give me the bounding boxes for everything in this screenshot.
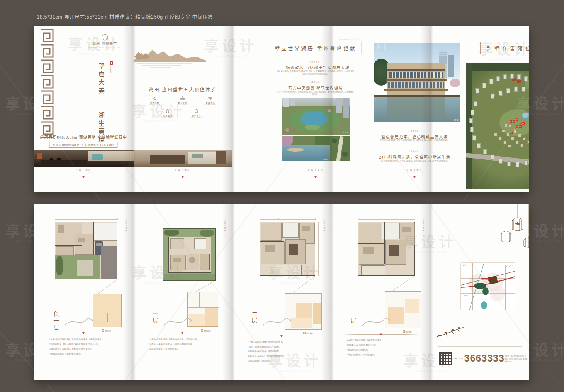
panel-floor-b1: （ 装修示意图 ） <box>34 204 133 380</box>
section-body: 择址·盘州双芯，荟萃城市优质资源配套于芯之上，汇聚繁华商业、优质教育、醇熟医疗；… <box>277 70 354 75</box>
brand-name: 湾田·盘州盛世 <box>83 41 126 46</box>
lot-marker: 20 <box>516 118 518 121</box>
panel-floor-2: （ 装修示意图 ） <box>232 204 331 380</box>
floor-label: 三层 <box>349 311 357 334</box>
floorplan-second <box>260 222 315 276</box>
section-body: 研习新亚洲建筑美学，精工石材搭配玻璃栏板；规制大境天地，构筑大气雅致的墅居典范。 <box>376 139 453 142</box>
photo-caption: 示意图 <box>323 158 328 161</box>
section-subtitle: 24小时尊崇礼遇，全维呵护墅居生活 <box>365 154 464 160</box>
divider-gem-icon <box>379 333 382 336</box>
bell-icon <box>165 108 170 113</box>
location-map: 湾田盛世 胜境大道 人民路 <box>460 262 515 310</box>
qr-code <box>439 352 452 365</box>
value-item: 湾田臻墅 WANTIAN VILLA <box>142 96 167 106</box>
flourish-icon <box>63 312 97 329</box>
garden-path-photo <box>330 136 350 161</box>
door-icon <box>194 108 199 113</box>
panel-back-cover: 湾田盛世 胜境大道 人民路 Tel:0858 3663333 开发商：盘州湾田置… <box>430 204 529 380</box>
bonus-area-legend: 赠送面积 <box>303 332 313 335</box>
section-tag: 〔 规划价值 〕 <box>266 61 365 63</box>
section-subtitle: 万方中央湖景 墅享世界湖居 <box>266 85 365 91</box>
panel-floor-3: （ 装修示意图 ） <box>331 204 430 380</box>
lot-marker: 21 <box>513 120 515 123</box>
divider-gem-icon <box>82 176 85 178</box>
seal-text: 盘州盛世 <box>110 66 112 73</box>
mountain-illustration <box>134 41 206 72</box>
area-box: 可拓展面积约436m² / 实得面积约624.66m² <box>49 142 118 148</box>
bonus-area-legend: 赠送面积 <box>102 329 111 332</box>
divider-gem-icon <box>413 176 416 178</box>
section-body: 引入专业物业服务体系，24小时安保巡逻、管家式贴心服务，全维守护尊崇的墅质生活。 <box>376 159 453 162</box>
lot-marker: 15 <box>522 122 525 125</box>
corner-note: 湾田·盘州盛世 | 别墅专刊 <box>339 38 360 40</box>
panel-lake: 湾田·盘州盛世 | 别墅专刊 墅立世界湖居 盘州登峰钜献 〔 规划价值 〕 三标… <box>266 26 365 192</box>
area-line: 建筑面积约188.66m²御湖美墅 全城稀墅臻藏中 <box>34 134 133 140</box>
floor-label: 一层 <box>151 311 159 334</box>
floor-note: （ 装修示意图 ） <box>323 215 325 238</box>
bonus-area-legend: 赠送面积 <box>403 330 412 333</box>
aerial-lake-photo: 示意图 <box>282 98 350 135</box>
panel-masterplan: 湾田·盘州盛世 | 别墅专刊 别墅在售落位图 示意图 22 21 20 <box>464 26 529 192</box>
section-subtitle: 三标双政芯 百亿湾田打造湖居大城 <box>266 64 365 70</box>
section-tag: 〔 建筑价值 〕 <box>365 130 464 132</box>
value-item: 墅立城芯 CITY CENTER <box>170 96 195 106</box>
bonus-area-legend: 赠送面积 <box>201 329 210 332</box>
floor-label: 二层 <box>250 311 258 334</box>
map-label-road: 人民路 <box>464 294 468 296</box>
photo-caption: 示意图 <box>453 119 459 121</box>
slogan-line-1: 墅启大美 <box>97 63 104 95</box>
divider-gem-icon <box>314 176 317 178</box>
masterplan-title: 别墅在售落位图 <box>480 42 529 54</box>
floor-disclaimer: 1.本图为一层装修示意图，庭院绿化仅为示意，以实际交付为准； 2.户型尺寸以最终… <box>148 337 199 352</box>
floor-disclaimer: 1.本图为三层装修示意图，家具布置仅供参考； 2.屋面露台以规划审定及实际交付为… <box>347 338 383 357</box>
floorplan-first <box>163 228 216 281</box>
brand-emblem-icon <box>102 34 108 41</box>
lot-marker: 22 <box>510 120 512 123</box>
floor-note: （ 装修示意图 ） <box>124 215 127 238</box>
front-sheet: 湾田·盘州盛世 WANTIAN PANZHOU PROSPERITY 盘州盛世 … <box>34 26 529 192</box>
lot-marker: 18 <box>513 128 515 130</box>
divider-gem-icon <box>280 335 283 337</box>
city-icon <box>180 96 185 101</box>
flourish-icon <box>261 312 296 329</box>
section-tag: 〔 景观价值 〕 <box>266 81 365 83</box>
lot-marker: 17 <box>516 125 518 128</box>
section-subtitle: 墅造奢居范本，匠心精筑品质大城 <box>365 133 464 139</box>
panel-villa: 示意图 〔 建筑价值 〕 墅造奢居范本，匠心精筑品质大城 研习新亚洲建筑美学，精… <box>365 26 464 192</box>
divider-gem-icon <box>181 331 184 334</box>
value-item: 墅居蓝本 LIVING MODEL <box>155 108 180 118</box>
inset-connector <box>290 276 317 294</box>
pavilion-icon <box>207 96 213 101</box>
panel-footer: 户型 | 鉴赏 · · · · · · · · · <box>266 168 365 177</box>
tel-label: Tel:0858 <box>454 357 463 360</box>
tel-number: 3663333 <box>464 353 505 364</box>
footer-label: 户型 | 鉴赏 <box>34 168 133 171</box>
map-label-project: 湾田盛世 <box>481 278 489 281</box>
floorplan-basement <box>55 222 117 279</box>
floor-disclaimer: 1.本图为二层装修示意图，家具布置仅供参考； 2.露台、飘窗等赠送面积不计入产权… <box>248 340 285 364</box>
panel-footer: 户型 | 鉴赏 · · · · · · · · · <box>34 168 133 177</box>
footer-dots: · · · · · · · · · <box>34 171 133 174</box>
spec-header: 18.5*31cm 展开尺寸:55*31cm 材质建议：精品纸250g 正反印专… <box>37 13 213 20</box>
panel-floor-1: （ 装修示意图 ） <box>133 204 232 380</box>
photo-caption: 示意图 <box>343 132 348 134</box>
lot-marker: 15 <box>510 132 513 134</box>
fret-border-pattern <box>39 28 55 138</box>
value-item: 墅藏盛境 GRAND SCENERY <box>198 96 223 106</box>
back-sheet: （ 装修示意图 ） <box>34 204 529 380</box>
panel-footer: 户型 | 鉴赏 · · · · · · · · · <box>365 168 464 177</box>
divider-gem-icon <box>181 176 184 178</box>
panel-cover: 湾田·盘州盛世 WANTIAN PANZHOU PROSPERITY 盘州盛世 … <box>34 26 133 192</box>
seal-icon <box>110 61 113 65</box>
floor-disclaimer: 1.本图为负一层装修示意图，家具及装饰仅供参考，不构成交付标准； 2.局部区域层… <box>49 337 103 357</box>
brand-logo: 湾田·盘州盛世 WANTIAN PANZHOU PROSPERITY <box>83 34 126 48</box>
lake-pool-photo: 示意图 <box>282 136 330 161</box>
floorplan-third <box>358 222 415 276</box>
villa-photo: 示意图 <box>374 43 460 122</box>
values-title: 湾田·盘州盛世五大价值体系 <box>133 86 232 93</box>
seal-block: 盘州盛世 <box>110 61 113 73</box>
section-body: 约10000㎡中央湖景园林，湖光潋滟的东方美学公园；瞰湖而居，漫步于湖岸林荫之间… <box>277 90 354 96</box>
lot-marker: 16 <box>519 125 522 128</box>
section-tag: 〔 物业价值 〕 <box>365 150 464 152</box>
flower-branch-icon <box>434 323 465 340</box>
